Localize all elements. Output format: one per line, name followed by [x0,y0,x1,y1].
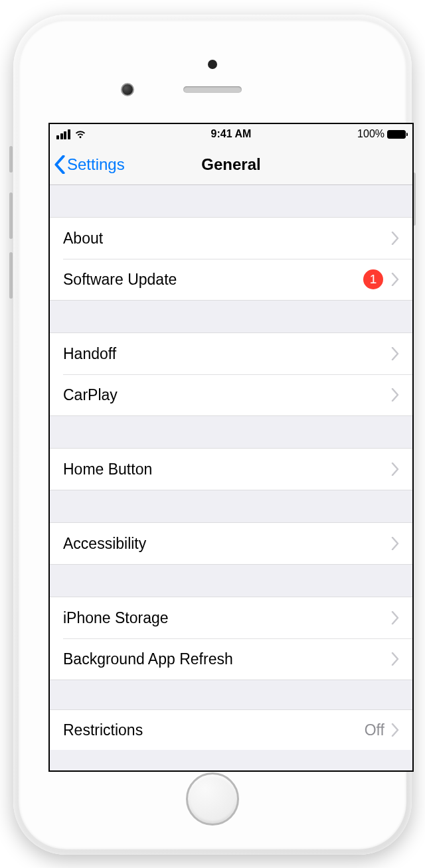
row-label: Restrictions [63,721,365,739]
row-software-update[interactable]: Software Update 1 [50,259,412,300]
row-iphone-storage[interactable]: iPhone Storage [50,597,412,638]
chevron-right-icon [391,652,399,666]
row-home-button[interactable]: Home Button [50,449,412,490]
cellular-signal-icon [56,129,70,139]
list-group: iPhone Storage Background App Refresh [50,597,412,680]
status-time: 9:41 AM [211,128,252,140]
chevron-right-icon [391,611,399,624]
list-group: Accessibility [50,522,412,565]
chevron-right-icon [391,537,399,550]
chevron-right-icon [391,273,399,286]
front-camera [121,83,134,96]
list-group: Home Button [50,448,412,490]
screen: 9:41 AM 100% Settings General About [48,123,414,772]
section-gap [50,490,412,522]
notification-badge: 1 [363,269,383,289]
list-group: About Software Update 1 [50,217,412,301]
row-label: iPhone Storage [63,609,391,627]
back-button[interactable]: Settings [50,155,125,174]
list-group: Handoff CarPlay [50,332,412,416]
wifi-icon [74,129,86,139]
chevron-right-icon [391,723,399,737]
phone-bezel: 9:41 AM 100% Settings General About [19,20,406,849]
back-label: Settings [67,155,125,174]
volume-down-button[interactable] [9,252,13,299]
row-carplay[interactable]: CarPlay [50,374,412,415]
mute-switch[interactable] [9,146,13,173]
row-handoff[interactable]: Handoff [50,333,412,374]
row-label: CarPlay [63,386,391,404]
section-gap [50,416,412,448]
row-restrictions[interactable]: Restrictions Off [50,710,412,750]
earpiece-speaker [183,86,242,93]
section-gap [50,565,412,597]
page-title: General [201,155,260,174]
row-label: Home Button [63,461,391,478]
chevron-right-icon [391,347,399,360]
list-group: Restrictions Off [50,709,412,750]
chevron-left-icon [54,155,66,174]
battery-percentage: 100% [357,128,384,140]
battery-icon [387,130,406,139]
row-label: About [63,230,391,248]
status-bar: 9:41 AM 100% [50,124,412,144]
section-gap [50,680,412,709]
phone-frame: 9:41 AM 100% Settings General About [13,15,412,855]
row-about[interactable]: About [50,218,412,259]
row-value: Off [365,721,384,739]
row-background-app-refresh[interactable]: Background App Refresh [50,638,412,680]
section-gap [50,301,412,332]
nav-bar: Settings General [50,144,412,185]
section-gap [50,185,412,217]
proximity-sensor [208,60,217,69]
row-label: Handoff [63,345,391,363]
volume-up-button[interactable] [9,192,13,239]
row-accessibility[interactable]: Accessibility [50,523,412,564]
row-label: Accessibility [63,535,391,553]
chevron-right-icon [391,388,399,401]
chevron-right-icon [391,463,399,476]
row-label: Software Update [63,271,363,289]
row-label: Background App Refresh [63,650,391,668]
home-button[interactable] [186,772,239,826]
chevron-right-icon [391,232,399,245]
